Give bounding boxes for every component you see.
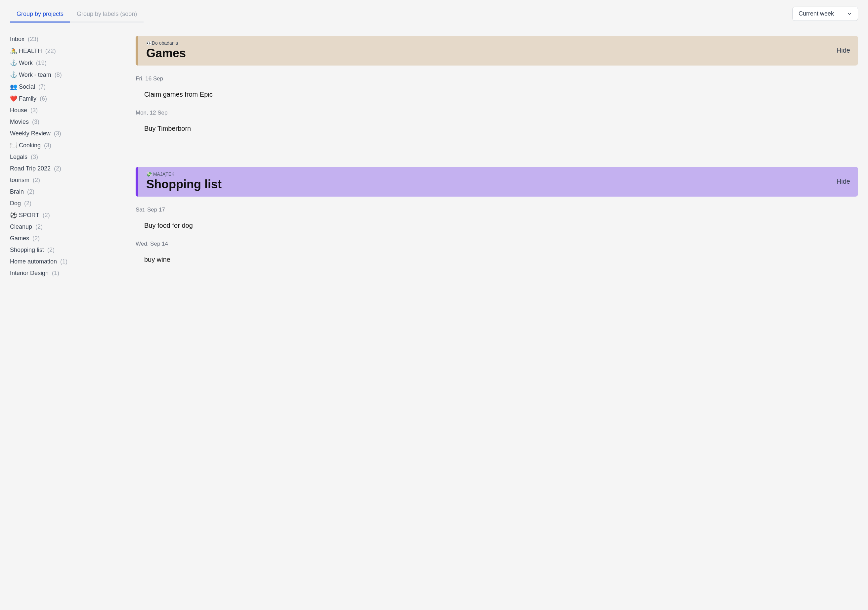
date-group: Mon, 12 Sep Buy Timberborn: [136, 110, 858, 134]
chevron-down-icon: [847, 12, 852, 16]
sidebar-item-label: Inbox: [10, 36, 25, 43]
sidebar-item-label: 👥 Social: [10, 83, 35, 90]
sidebar-item-count: (8): [54, 71, 62, 78]
sidebar-item-label: House: [10, 107, 27, 114]
section-title: Games: [146, 47, 186, 60]
sidebar-item-label: 🍽️ Cooking: [10, 142, 41, 149]
sidebar-item-count: (3): [32, 118, 39, 126]
sidebar-item-count: (23): [28, 36, 39, 43]
tabs: Group by projects Group by labels (soon): [10, 7, 144, 23]
hide-button[interactable]: Hide: [837, 47, 850, 54]
sidebar-item-count: (2): [43, 212, 50, 219]
sidebar-item-tourism[interactable]: tourism (2): [10, 177, 122, 184]
date-label: Wed, Sep 14: [136, 241, 858, 247]
sidebar-item-count: (1): [52, 270, 59, 277]
task-item[interactable]: Buy Timberborn: [136, 123, 858, 134]
sidebar-item-label: Dog: [10, 200, 21, 207]
sidebar-item-inbox[interactable]: Inbox (23): [10, 36, 122, 43]
sidebar-item-home-automation[interactable]: Home automation (1): [10, 258, 122, 265]
date-label: Sat, Sep 17: [136, 206, 858, 213]
sidebar-item-sport[interactable]: ⚽ SPORT (2): [10, 211, 122, 219]
main: 👀Do obadania Games Hide Fri, 16 Sep Clai…: [136, 36, 858, 285]
sidebar-item-work[interactable]: ⚓ Work (19): [10, 59, 122, 67]
task-item[interactable]: buy wine: [136, 255, 858, 265]
section-header-left: 💸 MAJĄTEK Shopping list: [146, 171, 222, 191]
sidebar-item-work-team[interactable]: ⚓ Work - team (8): [10, 71, 122, 78]
sidebar-item-count: (1): [60, 258, 67, 265]
sidebar-item-count: (2): [33, 235, 40, 242]
sidebar-item-count: (3): [31, 154, 38, 160]
sidebar-item-interior-design[interactable]: Interior Design (1): [10, 270, 122, 277]
content: Inbox (23) 🚴 HEALTH (22) ⚓ Work (19) ⚓ W…: [10, 36, 858, 285]
section-title: Shopping list: [146, 177, 222, 191]
sidebar-item-cooking[interactable]: 🍽️ Cooking (3): [10, 142, 122, 149]
section-breadcrumb: 👀Do obadania: [146, 40, 186, 46]
section-breadcrumb: 💸 MAJĄTEK: [146, 171, 222, 177]
sidebar-item-count: (3): [54, 130, 61, 137]
header: Group by projects Group by labels (soon)…: [10, 7, 858, 23]
sidebar-item-count: (19): [36, 60, 46, 67]
date-group: Wed, Sep 14 buy wine: [136, 241, 858, 265]
hide-button[interactable]: Hide: [837, 178, 850, 185]
sidebar-item-count: (2): [54, 165, 61, 172]
sidebar-item-games[interactable]: Games (2): [10, 235, 122, 242]
sidebar-item-label: Brain: [10, 188, 24, 195]
sidebar-item-health[interactable]: 🚴 HEALTH (22): [10, 47, 122, 54]
sidebar-item-count: (3): [44, 142, 51, 149]
sidebar-item-brain[interactable]: Brain (2): [10, 188, 122, 195]
sidebar: Inbox (23) 🚴 HEALTH (22) ⚓ Work (19) ⚓ W…: [10, 36, 122, 285]
section-games: 👀Do obadania Games Hide Fri, 16 Sep Clai…: [136, 36, 858, 144]
sidebar-item-label: Home automation: [10, 258, 57, 265]
section-header-left: 👀Do obadania Games: [146, 40, 186, 60]
sidebar-item-label: ❤️ Family: [10, 95, 36, 102]
sidebar-item-weekly-review[interactable]: Weekly Review (3): [10, 130, 122, 137]
sidebar-item-count: (7): [39, 84, 46, 90]
sidebar-item-social[interactable]: 👥 Social (7): [10, 83, 122, 90]
sidebar-item-family[interactable]: ❤️ Family (6): [10, 95, 122, 102]
tab-group-by-labels: Group by labels (soon): [70, 7, 144, 23]
sidebar-item-label: Cleanup: [10, 224, 32, 230]
sidebar-item-count: (22): [45, 48, 56, 54]
sidebar-item-label: Games: [10, 235, 29, 242]
sidebar-item-count: (2): [27, 188, 34, 195]
sidebar-item-label: ⚓ Work: [10, 59, 33, 67]
sidebar-item-legals[interactable]: Legals (3): [10, 154, 122, 160]
week-selector-label: Current week: [798, 10, 834, 17]
sidebar-item-label: ⚽ SPORT: [10, 211, 39, 219]
sidebar-item-label: Road Trip 2022: [10, 165, 51, 172]
date-label: Mon, 12 Sep: [136, 110, 858, 116]
sidebar-item-dog[interactable]: Dog (2): [10, 200, 122, 207]
sidebar-item-label: 🚴 HEALTH: [10, 47, 42, 54]
sidebar-item-house[interactable]: House (3): [10, 107, 122, 114]
week-selector[interactable]: Current week: [792, 7, 858, 21]
section-header-shopping: 💸 MAJĄTEK Shopping list Hide: [136, 167, 858, 197]
sidebar-item-count: (6): [40, 95, 47, 102]
sidebar-item-label: ⚓ Work - team: [10, 71, 51, 78]
sidebar-item-count: (2): [36, 224, 43, 230]
section-shopping-list: 💸 MAJĄTEK Shopping list Hide Sat, Sep 17…: [136, 167, 858, 275]
sidebar-item-cleanup[interactable]: Cleanup (2): [10, 224, 122, 230]
date-group: Sat, Sep 17 Buy food for dog: [136, 206, 858, 231]
date-label: Fri, 16 Sep: [136, 76, 858, 82]
sidebar-item-count: (2): [33, 177, 40, 184]
sidebar-item-label: tourism: [10, 177, 29, 184]
section-header-games: 👀Do obadania Games Hide: [136, 36, 858, 65]
sidebar-item-road-trip-2022[interactable]: Road Trip 2022 (2): [10, 165, 122, 172]
sidebar-item-count: (2): [24, 200, 31, 207]
task-item[interactable]: Claim games from Epic: [136, 89, 858, 99]
sidebar-item-shopping-list[interactable]: Shopping list (2): [10, 247, 122, 253]
task-item[interactable]: Buy food for dog: [136, 220, 858, 231]
sidebar-item-label: Movies: [10, 118, 29, 126]
sidebar-item-label: Interior Design: [10, 270, 49, 277]
sidebar-item-label: Weekly Review: [10, 130, 51, 137]
date-group: Fri, 16 Sep Claim games from Epic: [136, 76, 858, 99]
sidebar-item-label: Shopping list: [10, 247, 44, 253]
sidebar-item-movies[interactable]: Movies (3): [10, 118, 122, 126]
sidebar-item-count: (2): [47, 247, 54, 253]
sidebar-item-count: (3): [30, 107, 38, 114]
tab-group-by-projects[interactable]: Group by projects: [10, 7, 70, 23]
sidebar-item-label: Legals: [10, 154, 28, 160]
